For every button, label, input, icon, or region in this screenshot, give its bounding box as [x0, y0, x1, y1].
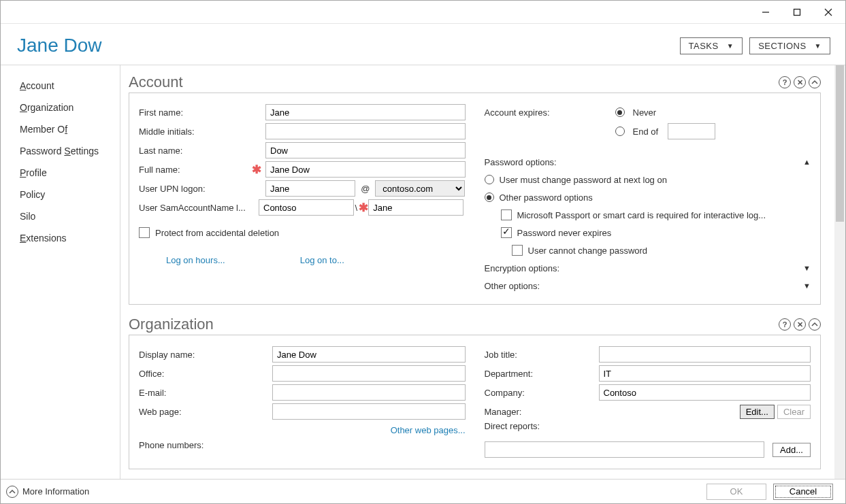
- scrollbar-thumb[interactable]: [836, 65, 844, 222]
- account-right-column: Account expires: Never End of: [485, 103, 811, 295]
- account-left-column: First name: Middle initials: Last name:: [139, 103, 466, 295]
- sidebar-item-password-settings[interactable]: Password Settings: [1, 140, 120, 162]
- section-organization: Organization ? ✕ Display na: [129, 316, 821, 469]
- required-asterisk-icon: ✱: [252, 163, 261, 177]
- never-expires-label: Password never expires: [517, 228, 612, 238]
- password-options-header[interactable]: Password options: ▲: [485, 153, 811, 171]
- chevron-down-icon: ▼: [803, 282, 811, 290]
- cancel-button[interactable]: Cancel: [773, 484, 833, 500]
- collapse-section-button[interactable]: [809, 76, 821, 88]
- sidebar-item-silo[interactable]: Silo: [1, 205, 120, 227]
- label-full-name: Full name:: [139, 165, 248, 175]
- sam-domain-input[interactable]: [259, 199, 354, 216]
- collapse-section-button[interactable]: [809, 318, 821, 331]
- svg-rect-1: [794, 9, 800, 15]
- label-last-name: Last name:: [139, 146, 248, 156]
- maximize-icon: [793, 8, 801, 16]
- log-on-hours-link[interactable]: Log on hours...: [166, 255, 225, 265]
- end-of-date-input[interactable]: [668, 123, 715, 139]
- never-expires-checkbox[interactable]: [501, 227, 512, 238]
- sidebar: Account Organization Member Of Password …: [1, 65, 120, 479]
- tasks-label: TASKS: [689, 41, 719, 51]
- never-radio[interactable]: [615, 107, 625, 117]
- label-manager: Manager:: [485, 407, 595, 417]
- titlebar: [1, 1, 845, 24]
- upn-user-input[interactable]: [265, 180, 355, 197]
- upn-domain-select[interactable]: contoso.com: [375, 180, 465, 197]
- label-sam: User SamAccountName l...: [139, 203, 255, 213]
- sidebar-item-account[interactable]: Account: [1, 75, 120, 97]
- encryption-label: Encryption options:: [485, 263, 560, 273]
- sidebar-item-policy[interactable]: Policy: [1, 184, 120, 205]
- must-change-radio[interactable]: [485, 175, 494, 184]
- other-options-header[interactable]: Other options: ▼: [485, 277, 811, 295]
- chevron-up-icon: [811, 321, 818, 328]
- close-button[interactable]: [813, 2, 844, 22]
- password-options-label: Password options:: [485, 157, 557, 167]
- minimize-button[interactable]: [750, 2, 781, 22]
- passport-checkbox[interactable]: [501, 209, 512, 220]
- label-department: Department:: [485, 369, 595, 379]
- more-information-label: More Information: [22, 486, 89, 497]
- org-right-column: Job title: Department: Company:: [485, 345, 811, 459]
- section-title-account: Account: [129, 73, 183, 91]
- ok-button[interactable]: OK: [706, 484, 766, 500]
- sam-user-input[interactable]: [368, 199, 463, 216]
- more-information-toggle[interactable]: More Information: [6, 486, 89, 498]
- other-options-radio[interactable]: [485, 192, 494, 202]
- last-name-input[interactable]: [265, 142, 466, 158]
- company-input[interactable]: [599, 384, 811, 401]
- help-button[interactable]: ?: [779, 318, 791, 331]
- sidebar-item-organization[interactable]: Organization: [1, 97, 120, 118]
- close-icon: [824, 8, 832, 16]
- sections-dropdown[interactable]: SECTIONS ▼: [749, 37, 830, 54]
- other-label: Other options:: [485, 281, 540, 291]
- properties-window: Jane Dow TASKS ▼ SECTIONS ▼ Account Orga…: [0, 0, 846, 504]
- add-direct-report-button[interactable]: Add...: [772, 443, 811, 457]
- at-sign: @: [358, 184, 372, 194]
- close-section-button[interactable]: ✕: [794, 76, 806, 88]
- end-of-radio[interactable]: [615, 127, 625, 136]
- full-name-input[interactable]: [265, 161, 466, 178]
- passport-label: Microsoft Passport or smart card is requ…: [517, 210, 766, 220]
- other-web-pages-link[interactable]: Other web pages...: [391, 425, 466, 435]
- job-title-input[interactable]: [599, 346, 811, 363]
- edit-manager-button[interactable]: Edit...: [740, 405, 775, 419]
- section-title-organization: Organization: [129, 316, 214, 333]
- protect-checkbox[interactable]: [139, 227, 150, 238]
- department-input[interactable]: [599, 365, 811, 382]
- cannot-change-label: User cannot change password: [528, 246, 648, 256]
- label-web-page: Web page:: [139, 407, 268, 417]
- help-button[interactable]: ?: [779, 76, 791, 88]
- backslash: \: [354, 203, 359, 213]
- clear-manager-button[interactable]: Clear: [777, 405, 811, 419]
- office-input[interactable]: [272, 365, 466, 382]
- label-office: Office:: [139, 369, 268, 379]
- chevron-down-icon: ▼: [727, 42, 734, 50]
- first-name-input[interactable]: [265, 104, 466, 120]
- end-of-label: End of: [633, 127, 659, 137]
- display-name-input[interactable]: [272, 346, 466, 363]
- tasks-dropdown[interactable]: TASKS ▼: [680, 37, 743, 54]
- close-section-button[interactable]: ✕: [794, 318, 806, 331]
- sidebar-item-member-of[interactable]: Member Of: [1, 118, 120, 140]
- label-display-name: Display name:: [139, 350, 268, 360]
- label-upn: User UPN logon:: [139, 184, 248, 194]
- web-page-input[interactable]: [272, 403, 466, 420]
- direct-reports-list[interactable]: [485, 441, 765, 458]
- middle-initials-input[interactable]: [265, 123, 466, 139]
- sidebar-item-extensions[interactable]: Extensions: [1, 227, 120, 249]
- cannot-change-checkbox[interactable]: [512, 245, 523, 256]
- section-account: Account ? ✕ First name:: [129, 73, 821, 305]
- never-label: Never: [633, 107, 657, 118]
- required-asterisk-icon: ✱: [359, 201, 368, 215]
- email-input[interactable]: [272, 384, 466, 401]
- maximize-button[interactable]: [781, 2, 813, 22]
- footer: More Information OK Cancel: [1, 479, 845, 503]
- encryption-options-header[interactable]: Encryption options: ▼: [485, 259, 811, 277]
- label-company: Company:: [485, 388, 595, 398]
- body: Account Organization Member Of Password …: [1, 65, 845, 479]
- scrollbar[interactable]: [834, 65, 845, 479]
- sidebar-item-profile[interactable]: Profile: [1, 162, 120, 184]
- log-on-to-link[interactable]: Log on to...: [300, 255, 344, 265]
